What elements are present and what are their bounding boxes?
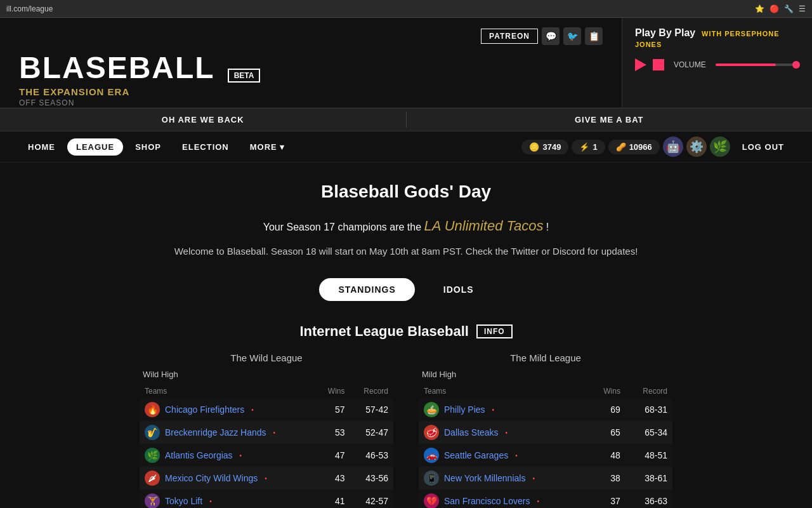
avatar-robot[interactable]: 🤖 xyxy=(663,137,683,157)
nav-more[interactable]: MORE ▾ xyxy=(241,138,294,156)
season-info: Welcome to Blaseball. Season 18 will sta… xyxy=(140,244,672,259)
coins-value: 3749 xyxy=(542,142,561,152)
bolt-icon: ⚡ xyxy=(579,142,589,152)
nav-election[interactable]: ELECTION xyxy=(173,138,238,156)
peanuts-value: 10966 xyxy=(629,142,652,152)
team-wins: 47 xyxy=(316,444,350,467)
era-text: THE EXPANSION ERA xyxy=(19,86,603,97)
wild-league-col: The Wild League Wild High Teams Wins Rec… xyxy=(140,352,393,508)
table-row: 🎷 Breckenridge Jazz Hands • 53 52-47 xyxy=(140,421,393,444)
mild-league-col: The Mild League Mild High Teams Wins Rec… xyxy=(419,352,672,508)
page-title: Blaseball Gods' Day xyxy=(140,182,672,202)
nav-shop[interactable]: SHOP xyxy=(126,138,170,156)
team-record: 42-57 xyxy=(350,490,394,508)
team-name-link[interactable]: Philly Pies xyxy=(444,404,485,415)
peanut-icon: 🥜 xyxy=(616,142,626,152)
team-dot: • xyxy=(251,406,254,413)
team-wins: 43 xyxy=(316,467,350,490)
browser-bar: ill.com/league ⭐ 🔴 🔧 ☰ xyxy=(0,0,812,18)
table-row: 📱 New York Millennials • 38 38-61 xyxy=(419,467,672,490)
team-wins: 48 xyxy=(589,444,625,467)
bolts-badge[interactable]: ⚡ 1 xyxy=(572,140,605,154)
team-name-link[interactable]: New York Millennials xyxy=(444,473,525,483)
volume-slider[interactable] xyxy=(716,64,796,66)
mild-wins-header: Wins xyxy=(589,384,625,398)
browser-icons: ⭐ 🔴 🔧 ☰ xyxy=(755,4,806,13)
play-by-play-panel: Play By Play WITH PERSEPHONE JONES VOLUM… xyxy=(622,18,812,107)
bolts-value: 1 xyxy=(593,142,597,152)
banner-left[interactable]: OH ARE WE BACK xyxy=(0,109,406,131)
coins-badge[interactable]: 🪙 3749 xyxy=(521,140,568,154)
volume-label: VOLUME xyxy=(674,60,706,69)
nav-home[interactable]: HOME xyxy=(19,138,64,156)
team-name-link[interactable]: Chicago Firefighters xyxy=(165,404,244,415)
browser-favicon: 🔴 xyxy=(769,4,779,13)
table-row: 🔥 Chicago Firefighters • 57 57-42 xyxy=(140,398,393,421)
table-row: 🚗 Seattle Garages • 48 48-51 xyxy=(419,444,672,467)
nav-league[interactable]: LEAGUE xyxy=(67,138,123,156)
play-button[interactable] xyxy=(635,58,646,71)
team-name-link[interactable]: Atlantis Georgias xyxy=(165,450,233,460)
twitter-icon[interactable]: 🐦 xyxy=(563,27,581,45)
info-button[interactable]: INFO xyxy=(476,324,513,338)
team-name-link[interactable]: Mexico City Wild Wings xyxy=(165,473,258,483)
mild-high-title: Mild High xyxy=(419,370,672,379)
wild-record-header: Record xyxy=(350,384,394,398)
browser-url: ill.com/league xyxy=(6,4,755,13)
team-icon: 📱 xyxy=(424,471,439,486)
team-name-link[interactable]: Seattle Garages xyxy=(444,450,508,460)
avatar-user[interactable]: 🌿 xyxy=(710,137,730,157)
team-icon: 🚗 xyxy=(424,448,439,463)
team-dot: • xyxy=(492,406,495,413)
team-wins: 53 xyxy=(316,421,350,444)
volume-knob xyxy=(792,61,800,69)
league-columns: The Wild League Wild High Teams Wins Rec… xyxy=(140,352,672,508)
team-record: 43-56 xyxy=(350,467,394,490)
table-row: 🥧 Philly Pies • 69 68-31 xyxy=(419,398,672,421)
avatar-gear[interactable]: ⚙️ xyxy=(686,137,707,157)
idols-tab[interactable]: IDOLS xyxy=(424,278,493,301)
team-dot: • xyxy=(265,475,267,482)
team-record: 46-53 xyxy=(350,444,394,467)
team-dot: • xyxy=(532,475,535,482)
stop-button[interactable] xyxy=(653,59,664,70)
standings-tab[interactable]: STANDINGS xyxy=(319,278,414,301)
banner-right[interactable]: GIVE ME A BAT xyxy=(407,109,813,131)
team-record: 65-34 xyxy=(625,421,672,444)
off-season-label: OFF SEASON xyxy=(19,98,603,107)
team-record: 48-51 xyxy=(625,444,672,467)
team-name-link[interactable]: Tokyo Lift xyxy=(165,496,202,506)
team-record: 38-61 xyxy=(625,467,672,490)
league-title: Internet League Blaseball xyxy=(299,323,469,340)
team-name-link[interactable]: Dallas Steaks xyxy=(444,427,499,438)
site-logo: BLASEBALL xyxy=(19,50,215,85)
team-icon: 🥩 xyxy=(424,425,439,440)
banner: OH ARE WE BACK GIVE ME A BAT xyxy=(0,108,812,131)
table-row: 🥩 Dallas Steaks • 65 65-34 xyxy=(419,421,672,444)
patreon-button[interactable]: PATREON xyxy=(481,29,538,44)
team-icon: 🔥 xyxy=(145,402,160,417)
logout-button[interactable]: LOG OUT xyxy=(733,138,793,156)
team-icon: 💔 xyxy=(424,493,439,508)
team-name-link[interactable]: San Francisco Lovers xyxy=(444,496,530,506)
coin-icon: 🪙 xyxy=(529,142,539,152)
team-record: 68-31 xyxy=(625,398,672,421)
tab-container: STANDINGS IDOLS xyxy=(140,278,672,301)
peanuts-badge[interactable]: 🥜 10966 xyxy=(608,140,660,154)
team-dot: • xyxy=(515,452,518,459)
team-record: 36-63 xyxy=(625,490,672,508)
team-dot: • xyxy=(537,498,539,505)
champions-text: Your Season 17 champions are the LA Unli… xyxy=(140,218,672,234)
mild-record-header: Record xyxy=(625,384,672,398)
team-wins: 38 xyxy=(589,467,625,490)
table-row: 🌿 Atlantis Georgias • 47 46-53 xyxy=(140,444,393,467)
nav-bar: HOME LEAGUE SHOP ELECTION MORE ▾ 🪙 3749 … xyxy=(0,131,812,163)
champions-link[interactable]: LA Unlimited Tacos xyxy=(424,218,544,234)
extra-icon[interactable]: 📋 xyxy=(585,27,603,45)
main-content: Blaseball Gods' Day Your Season 17 champ… xyxy=(102,163,710,508)
discord-icon[interactable]: 💬 xyxy=(542,27,560,45)
team-wins: 65 xyxy=(589,421,625,444)
team-icon: 🎷 xyxy=(145,425,160,440)
team-icon: 🥧 xyxy=(424,402,439,417)
team-name-link[interactable]: Breckenridge Jazz Hands xyxy=(165,427,266,438)
